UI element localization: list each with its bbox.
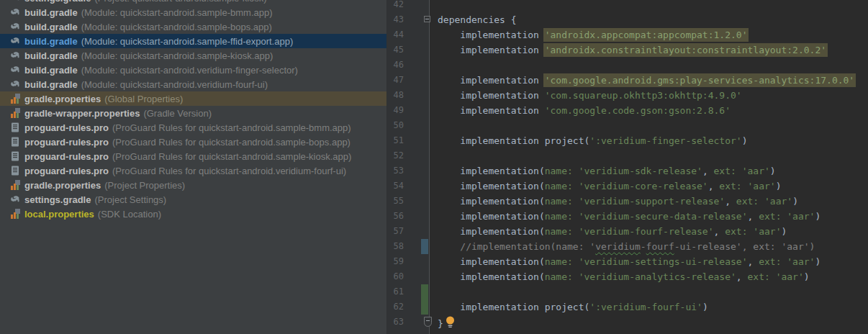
code-line[interactable]: 61 — [387, 284, 868, 299]
added-change-marker — [421, 299, 428, 315]
file-name: settings.gradle — [24, 0, 91, 4]
code-seg: 'androidx.appcompat:appcompat:1.2.0' — [543, 28, 749, 42]
code-line[interactable]: 53 implementation(name: 'veridium-sdk-re… — [387, 163, 868, 179]
list-item[interactable]: gradle-wrapper.properties(Gradle Version… — [0, 106, 386, 120]
code-line[interactable]: 55 implementation(name: 'veridium-suppor… — [387, 194, 868, 209]
list-item[interactable]: build.gradle(Module: quickstart-android.… — [0, 19, 386, 34]
file-detail: (Module: quickstart-android.sample-bops.… — [81, 22, 272, 32]
code-line[interactable]: 54 implementation(name: 'veridium-core-r… — [387, 179, 868, 194]
code-seg: ext: — [725, 226, 747, 237]
code-line[interactable]: 59 implementation(name: 'veridium-settin… — [387, 254, 868, 269]
code-seg: //implementation(name: ' — [438, 241, 595, 252]
code-line[interactable]: 42 — [387, 0, 868, 12]
list-item[interactable]: proguard-rules.pro(ProGuard Rules for qu… — [0, 120, 386, 135]
file-name: proguard-rules.pro — [24, 151, 109, 162]
code-line[interactable]: 56 implementation(name: 'veridium-secure… — [387, 209, 868, 224]
line-number: 52 — [392, 148, 404, 163]
gutter-cell: 48 — [387, 88, 430, 103]
file-detail: (Module: quickstart-android.sample-kiosk… — [81, 50, 273, 61]
code-seg: implementation( — [438, 181, 545, 191]
line-number: 42 — [392, 0, 404, 12]
line-number: 60 — [392, 269, 404, 284]
code-text: implementation project(':veridium-finger… — [430, 133, 868, 148]
line-number: 48 — [392, 88, 404, 103]
code-seg: , — [736, 271, 748, 282]
file-name: proguard-rules.pro — [24, 166, 109, 176]
code-text: dependencies { — [430, 12, 868, 27]
list-item[interactable]: local.properties(SDK Location) — [0, 207, 386, 221]
code-seg: implementation( — [438, 256, 545, 267]
code-line[interactable]: 49 implementation 'com.google.code.gson:… — [387, 103, 868, 118]
file-detail: (SDK Location) — [98, 209, 161, 220]
code-seg: implementation project( — [438, 135, 589, 146]
lightbulb-icon[interactable] — [446, 316, 455, 333]
code-line[interactable]: 57 implementation(name: 'veridium-fourf-… — [387, 224, 868, 239]
file-name: gradle-wrapper.properties — [24, 108, 140, 119]
code-seg: } — [438, 318, 443, 329]
code-text: implementation(name: 'veridium-analytics… — [430, 269, 868, 284]
gutter-cell: 46 — [387, 58, 430, 73]
gutter-cell: 52 — [387, 148, 430, 163]
list-item[interactable]: build.gradle(Module: quickstart-android.… — [0, 63, 386, 77]
line-number: 44 — [392, 27, 404, 42]
list-item[interactable]: build.gradle(Module: quickstart-android.… — [0, 5, 386, 19]
list-item[interactable]: settings.gradle(Project: quickstart-andr… — [0, 0, 386, 5]
file-detail: (ProGuard Rules for quickstart-android.s… — [112, 151, 351, 162]
list-item[interactable]: proguard-rules.pro(ProGuard Rules for qu… — [0, 163, 386, 178]
code-seg — [573, 196, 579, 207]
code-line[interactable]: 50 — [387, 118, 868, 133]
code-seg: implementation — [438, 105, 545, 116]
fold-end-icon[interactable] — [424, 317, 432, 327]
list-item[interactable]: build.gradle(Module: quickstart-android.… — [0, 34, 386, 48]
code-line[interactable]: 52 — [387, 148, 868, 163]
list-item[interactable]: build.gradle(Module: quickstart-android.… — [0, 77, 386, 91]
gradle-icon — [9, 21, 21, 32]
list-item[interactable]: proguard-rules.pro(ProGuard Rules for qu… — [0, 149, 386, 163]
code-seg: 'aar' — [753, 226, 781, 237]
file-detail: (Module: quickstart-android.sample-ffid-… — [81, 36, 294, 47]
code-seg — [736, 166, 742, 176]
code-line[interactable]: 44 implementation 'androidx.appcompat:ap… — [387, 27, 868, 42]
code-seg — [759, 196, 764, 207]
file-name: build.gradle — [24, 7, 78, 18]
line-number: 49 — [392, 103, 404, 118]
code-line[interactable]: 46 — [387, 58, 868, 73]
code-text: implementation(name: 'veridium-secure-da… — [430, 209, 868, 224]
code-line[interactable]: 43dependencies { — [387, 12, 868, 27]
code-seg: name: — [545, 196, 573, 207]
code-seg: 'aar' — [776, 271, 804, 282]
code-line[interactable]: 60 implementation(name: 'veridium-analyt… — [387, 269, 868, 284]
line-number: 46 — [392, 58, 404, 73]
file-name: build.gradle — [24, 65, 78, 76]
code-line[interactable]: 62 implementation project(':veridium-fou… — [387, 299, 868, 315]
line-number: 56 — [392, 209, 404, 224]
list-item[interactable]: build.gradle(Module: quickstart-android.… — [0, 48, 386, 63]
list-item[interactable]: settings.gradle(Project Settings) — [0, 192, 386, 207]
code-seg: ) — [792, 196, 798, 207]
code-line[interactable]: 51 implementation project(':veridium-fin… — [387, 133, 868, 148]
properties-icon — [9, 208, 21, 220]
list-item[interactable]: gradle.properties(Global Properties) — [0, 91, 386, 106]
code-line[interactable]: 48 implementation 'com.squareup.okhttp3:… — [387, 88, 868, 103]
fold-start-icon[interactable] — [424, 16, 430, 22]
code-seg: implementation — [438, 90, 545, 101]
code-text: implementation project(':veridium-fourf-… — [430, 299, 868, 315]
list-item[interactable]: gradle.properties(Project Properties) — [0, 178, 386, 192]
code-seg: name: — [545, 166, 573, 176]
code-line[interactable]: 47 implementation 'com.google.android.gm… — [387, 73, 868, 88]
code-line[interactable]: 58 //implementation(name: 'veridium-four… — [387, 239, 868, 254]
code-seg: ':veridium-finger-selector' — [589, 135, 741, 146]
code-seg: 'veridium-fourf-release' — [579, 226, 714, 237]
textfile-icon — [9, 165, 21, 176]
code-seg: - — [641, 241, 646, 252]
code-line[interactable]: 63} — [387, 315, 868, 330]
code-text: implementation(name: 'veridium-support-r… — [430, 194, 868, 209]
line-number: 61 — [392, 284, 404, 299]
code-line[interactable]: 45 implementation 'androidx.constraintla… — [387, 42, 868, 58]
code-seg — [770, 271, 776, 282]
code-seg: ext: — [748, 271, 770, 282]
code-seg: implementation( — [438, 226, 545, 237]
gradle-icon — [9, 50, 21, 61]
line-number: 59 — [392, 254, 404, 269]
list-item[interactable]: proguard-rules.pro(ProGuard Rules for qu… — [0, 135, 386, 149]
